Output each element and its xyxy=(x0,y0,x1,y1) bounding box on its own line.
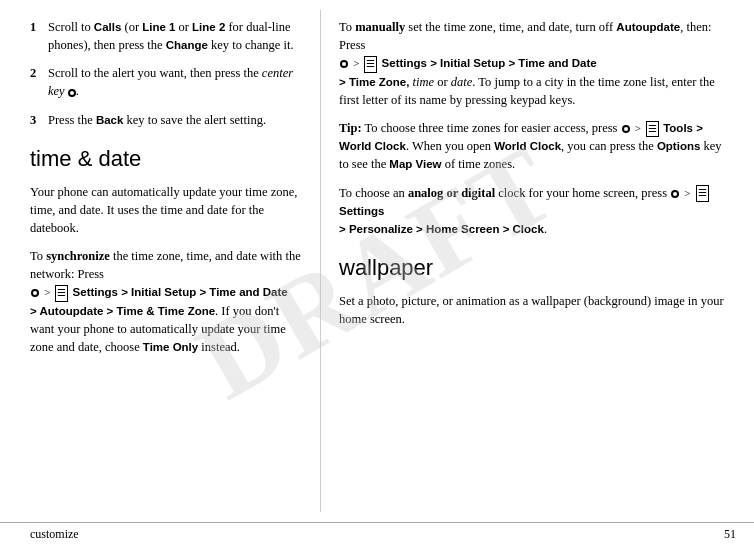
item-text-1: Scroll to Calls (or Line 1 or Line 2 for… xyxy=(48,18,302,54)
list-item: 3 Press the Back key to save the alert s… xyxy=(30,111,302,129)
analog-digital-paragraph: To choose an analog or digital clock for… xyxy=(339,184,724,239)
item-number-1: 1 xyxy=(30,18,48,54)
item-number-2: 2 xyxy=(30,64,48,100)
footer-left-text: customize xyxy=(30,527,79,542)
item-text-2: Scroll to the alert you want, then press… xyxy=(48,64,302,100)
content-area: 1 Scroll to Calls (or Line 1 or Line 2 f… xyxy=(0,0,754,522)
list-item: 2 Scroll to the alert you want, then pre… xyxy=(30,64,302,100)
intro-paragraph: Your phone can automatically update your… xyxy=(30,183,302,237)
footer-page-number: 51 xyxy=(724,527,736,542)
item-text-3: Press the Back key to save the alert set… xyxy=(48,111,302,129)
manually-paragraph: To manually set the time zone, time, and… xyxy=(339,18,724,109)
item-number-3: 3 xyxy=(30,111,48,129)
sync-paragraph: To synchronize the time zone, time, and … xyxy=(30,247,302,356)
right-column: To manually set the time zone, time, and… xyxy=(320,10,754,512)
section-heading-time-date: time & date xyxy=(30,143,302,175)
footer-bar: customize 51 xyxy=(0,522,754,546)
page-container: DRAFT 1 Scroll to Calls (or Line 1 or Li… xyxy=(0,0,754,546)
wallpaper-paragraph: Set a photo, picture, or animation as a … xyxy=(339,292,724,328)
tip-paragraph: Tip: To choose three time zones for easi… xyxy=(339,119,724,174)
list-item: 1 Scroll to Calls (or Line 1 or Line 2 f… xyxy=(30,18,302,54)
left-column: 1 Scroll to Calls (or Line 1 or Line 2 f… xyxy=(0,10,320,512)
section-heading-wallpaper: wallpaper xyxy=(339,252,724,284)
